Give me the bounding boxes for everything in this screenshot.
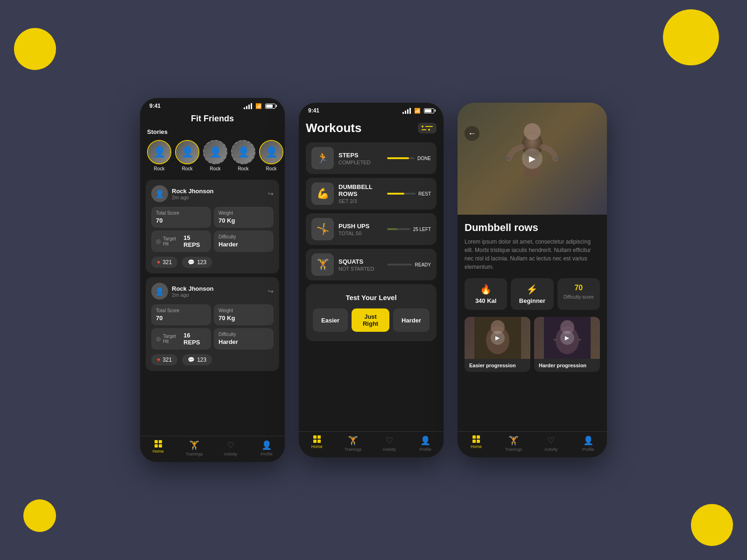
exercise-stats-row: 🔥 340 Kal ⚡ Beginner 70 Difficulty score	[465, 278, 600, 310]
battery-icon-1	[265, 104, 275, 109]
nav-trainings-3[interactable]: 🏋 Trainings	[495, 435, 532, 452]
filter-line-2	[422, 129, 426, 130]
nav-home-3[interactable]: Home	[458, 435, 495, 452]
difficulty-score-label: Difficulty score	[564, 294, 594, 300]
story-item-4[interactable]: 👤 Rock	[231, 140, 255, 171]
story-item-3[interactable]: 👤 Rock	[203, 140, 227, 171]
level-just-right-button[interactable]: Just Right	[352, 308, 389, 332]
workout-fill-steps	[387, 157, 409, 159]
workout-bar-squats	[387, 264, 412, 266]
phone2-content: Workouts 🏃 STEPS COMPLETED	[299, 116, 444, 434]
target-hit-label-2: Target Hit	[163, 334, 181, 344]
total-score-cell-2: Total Score 70	[151, 304, 211, 325]
nav-profile-1[interactable]: 👤 Profile	[249, 440, 285, 456]
nav-trainings-2[interactable]: 🏋 Trainings	[335, 435, 372, 452]
workout-bar-dumbbell	[387, 193, 416, 195]
level-value: Beginner	[519, 297, 545, 304]
back-button[interactable]: ←	[465, 126, 479, 141]
difficulty-icon: 70	[574, 284, 583, 292]
workout-progress-dumbbell: REST	[387, 191, 431, 196]
filter-line-1	[425, 126, 433, 127]
workout-name-dumbbell: DUMBBELL ROWS	[338, 183, 382, 197]
workout-card-dumbbell[interactable]: 💪 DUMBBELL ROWS SET 2/3 REST	[306, 178, 437, 210]
stories-row: 👤 Rock 👤 Rock 👤 Rock	[147, 140, 278, 171]
target-icon-2: ◎	[156, 336, 161, 342]
easier-prog-label: Easier progression	[465, 359, 530, 372]
exercise-hero: 9:41 📶 ←	[458, 103, 607, 215]
workout-thumb-pushups: 🤸	[311, 218, 334, 240]
profile-icon-2: 👤	[420, 435, 430, 446]
story-item-2[interactable]: 👤 Rock	[175, 140, 199, 171]
nav-home-1[interactable]: Home	[140, 440, 176, 456]
deco-circle-top-right	[663, 9, 719, 65]
deco-circle-bottom-left	[23, 499, 56, 532]
status-bar-2: 9:41 📶	[299, 103, 444, 116]
nav-profile-label-2: Profile	[419, 447, 431, 452]
level-harder-button[interactable]: Harder	[393, 308, 430, 332]
nav-trainings-label-3: Trainings	[505, 447, 522, 452]
stories-label: Stories	[147, 128, 278, 135]
like-button-1[interactable]: ♥ 321	[151, 257, 177, 268]
status-icons-2: 📶	[402, 108, 434, 114]
post-username-1: Rock Jhonson	[172, 188, 264, 195]
stories-section: Stories 👤 Rock 👤 Rock 👤	[140, 128, 285, 176]
home-icon-3	[472, 435, 480, 443]
nav-trainings-label-1: Trainings	[186, 452, 203, 456]
home-icon-1	[155, 440, 162, 448]
comment-button-2[interactable]: 💬 123	[182, 354, 212, 365]
like-button-2[interactable]: ♥ 321	[151, 354, 177, 365]
difficulty-label-1: Difficulty	[218, 234, 269, 239]
workout-thumb-dumbbell: 💪	[311, 182, 334, 205]
harder-progression-card[interactable]: ▶ Harder progression	[534, 317, 600, 372]
harder-prog-thumb: ▶	[534, 317, 600, 359]
weight-label-1: Weight	[218, 210, 269, 216]
play-button-hero[interactable]: ▶	[522, 148, 543, 169]
harder-prog-label: Harder progression	[534, 359, 600, 372]
nav-trainings-1[interactable]: 🏋 Trainings	[176, 440, 213, 456]
story-avatar-1: 👤	[147, 140, 171, 164]
post-avatar-1: 👤	[151, 185, 168, 202]
nav-home-2[interactable]: Home	[299, 435, 335, 452]
nav-activity-2[interactable]: ♡ Activity	[371, 435, 408, 452]
comment-button-1[interactable]: 💬 123	[182, 257, 212, 268]
share-icon-2[interactable]: ↪	[268, 287, 274, 295]
story-name-1: Rock	[154, 166, 165, 171]
workout-status-pushups: 25 LEFT	[413, 227, 431, 232]
nav-activity-label-1: Activity	[224, 452, 237, 456]
weight-cell-1: Weight 70 Kg	[214, 207, 274, 228]
story-item-1[interactable]: 👤 Rock	[147, 140, 171, 171]
fire-icon: 🔥	[480, 284, 492, 295]
workout-card-steps[interactable]: 🏃 STEPS COMPLETED DONE	[306, 142, 437, 174]
workout-status-dumbbell: REST	[418, 191, 431, 196]
activity-icon-2: ♡	[386, 435, 393, 446]
difficulty-label-2: Difficulty	[218, 332, 269, 337]
filter-dot-1	[422, 126, 423, 127]
workout-card-squats[interactable]: 🏋 SQUATS NOT STARTED READY	[306, 249, 437, 280]
workout-card-pushups[interactable]: 🤸 PUSH UPS TOTAL 50 25 LEFT	[306, 213, 437, 245]
workouts-header: Workouts	[306, 116, 437, 142]
target-icon-1: ◎	[156, 238, 161, 245]
svg-rect-4	[554, 157, 561, 160]
nav-activity-1[interactable]: ♡ Activity	[212, 440, 249, 456]
weight-cell-2: Weight 70 Kg	[214, 304, 274, 325]
nav-activity-3[interactable]: ♡ Activity	[532, 435, 570, 452]
story-name-5: Rock	[266, 166, 277, 171]
comment-icon-2: 💬	[188, 357, 195, 363]
filter-button[interactable]	[418, 123, 437, 133]
easier-progression-card[interactable]: ▶ Easier progression	[465, 317, 530, 372]
easier-play-icon: ▶	[491, 331, 505, 345]
comment-icon-1: 💬	[188, 259, 195, 266]
svg-rect-3	[503, 157, 510, 160]
wifi-icon-2: 📶	[414, 108, 421, 114]
level-easier-button[interactable]: Easier	[313, 308, 348, 332]
workout-name-steps: STEPS	[338, 152, 382, 159]
time-1: 9:41	[149, 103, 161, 109]
svg-rect-12	[577, 339, 581, 341]
like-count-1: 321	[162, 259, 172, 266]
difficulty-value-2: Harder	[218, 338, 269, 345]
story-item-5[interactable]: 👤 Rock	[259, 140, 283, 171]
nav-profile-2[interactable]: 👤 Profile	[408, 435, 444, 452]
nav-trainings-label-2: Trainings	[345, 447, 362, 452]
share-icon-1[interactable]: ↪	[268, 190, 274, 197]
nav-profile-3[interactable]: 👤 Profile	[570, 435, 607, 452]
